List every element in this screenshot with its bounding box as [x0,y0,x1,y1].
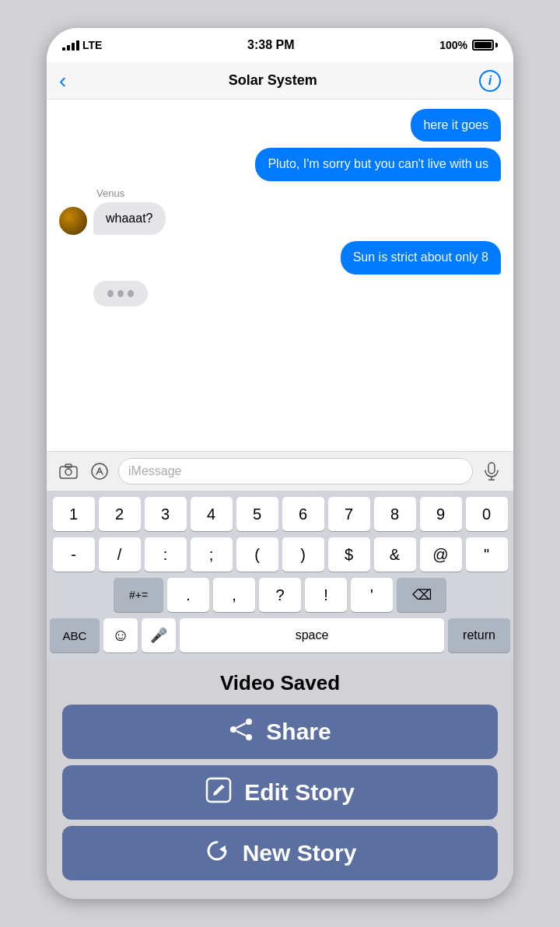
key-abc[interactable]: ABC [50,618,100,652]
key-ampersand[interactable]: & [374,537,416,572]
battery-tip [495,43,498,47]
status-left: LTE [62,39,102,51]
keyboard-row-symbols: - / : ; ( ) $ & @ " [50,537,510,572]
share-icon [229,717,254,747]
key-dollar[interactable]: $ [328,537,370,572]
status-right: 100% [439,39,498,51]
battery-percent: 100% [439,39,467,51]
space-key[interactable]: space [180,618,444,652]
key-quote[interactable]: " [466,537,508,572]
keyboard-row-3: #+= . , ? ! ' ⌫ [50,578,510,612]
key-0[interactable]: 0 [466,497,508,531]
edit-story-icon [205,777,232,809]
battery-fill [474,42,492,48]
key-5[interactable]: 5 [236,497,278,531]
typing-dot-3 [128,290,134,297]
key-slash[interactable]: / [99,537,141,572]
messages-area: here it goes Pluto, I'm sorry but you ca… [47,100,513,451]
bubble-received-1: whaaat? [93,202,166,235]
battery-body [472,40,494,51]
svg-point-8 [246,719,252,725]
bubble-sent-2: Pluto, I'm sorry but you can't live with… [255,148,501,180]
key-hashtag[interactable]: #+= [114,578,163,612]
message-sent-1: here it goes [59,109,501,142]
delete-key[interactable]: ⌫ [397,578,446,612]
message-input[interactable]: iMessage [118,458,473,484]
key-7[interactable]: 7 [328,497,370,531]
svg-point-10 [246,734,252,740]
svg-point-3 [92,464,107,479]
svg-line-11 [236,723,246,728]
key-6[interactable]: 6 [282,497,324,531]
key-rparen[interactable]: ) [282,537,324,572]
return-key[interactable]: return [448,618,510,652]
nav-bar: ‹ Solar System i [47,62,513,100]
key-8[interactable]: 8 [374,497,416,531]
svg-rect-5 [488,463,495,474]
key-dash[interactable]: - [53,537,95,572]
key-at[interactable]: @ [420,537,462,572]
battery-icon [472,40,498,51]
mic-key[interactable]: 🎤 [142,618,176,652]
emoji-key[interactable]: ☺ [103,618,138,652]
status-bar: LTE 3:38 PM 100% [47,28,513,62]
signal-bar-2 [67,45,70,51]
bottom-area: Video Saved Share E [47,659,513,899]
message-typing [59,281,501,306]
key-lparen[interactable]: ( [236,537,278,572]
svg-point-9 [230,726,236,733]
key-4[interactable]: 4 [191,497,233,531]
key-period[interactable]: . [167,578,209,612]
message-sent-2: Pluto, I'm sorry but you can't live with… [59,148,501,180]
share-button[interactable]: Share [62,705,498,759]
share-label: Share [266,719,331,745]
typing-dot-2 [117,290,124,297]
appstore-button[interactable] [87,459,112,484]
key-1[interactable]: 1 [53,497,95,531]
message-input-placeholder: iMessage [128,464,181,478]
key-3[interactable]: 3 [145,497,187,531]
key-2[interactable]: 2 [99,497,141,531]
typing-row [59,281,148,306]
bubble-sent-3: Sun is strict about only 8 [341,241,501,274]
new-story-button[interactable]: New Story [62,826,498,880]
svg-marker-14 [219,845,226,853]
typing-dot-1 [107,290,114,297]
new-story-icon [204,838,230,869]
message-sent-3: Sun is strict about only 8 [59,241,501,274]
key-semicolon[interactable]: ; [191,537,233,572]
message-input-area: iMessage [47,451,513,491]
signal-bar-4 [76,40,79,51]
avatar [59,207,87,235]
edit-story-button[interactable]: Edit Story [62,765,498,820]
keyboard-row-numbers: 1 2 3 4 5 6 7 8 9 0 [50,497,510,531]
key-9[interactable]: 9 [420,497,462,531]
status-time: 3:38 PM [247,38,294,52]
bubble-sent-1: here it goes [411,109,501,142]
svg-line-12 [236,731,246,736]
key-colon[interactable]: : [145,537,187,572]
svg-rect-2 [65,464,72,467]
edit-story-label: Edit Story [244,779,355,806]
signal-bar-3 [72,43,75,51]
info-button[interactable]: i [479,70,501,92]
keyboard: 1 2 3 4 5 6 7 8 9 0 - / : ; ( ) $ & @ " … [47,491,513,659]
key-comma[interactable]: , [213,578,255,612]
received-row: whaaat? [59,202,166,235]
new-story-label: New Story [243,840,357,866]
svg-point-1 [65,469,72,475]
carrier-label: LTE [82,39,102,51]
back-button[interactable]: ‹ [59,68,66,93]
camera-button[interactable] [56,459,81,484]
key-question[interactable]: ? [259,578,301,612]
mic-button[interactable] [479,459,504,484]
typing-bubble [93,281,148,306]
signal-bars [62,40,79,51]
message-received-1: Venus whaaat? [59,187,501,235]
key-apostrophe[interactable]: ' [351,578,393,612]
page-title: Solar System [229,72,317,89]
sender-name: Venus [96,187,124,199]
keyboard-row-4: ABC ☺ 🎤 space return [50,618,510,652]
phone-container: LTE 3:38 PM 100% ‹ Solar System i here i… [47,28,513,899]
key-exclaim[interactable]: ! [305,578,347,612]
